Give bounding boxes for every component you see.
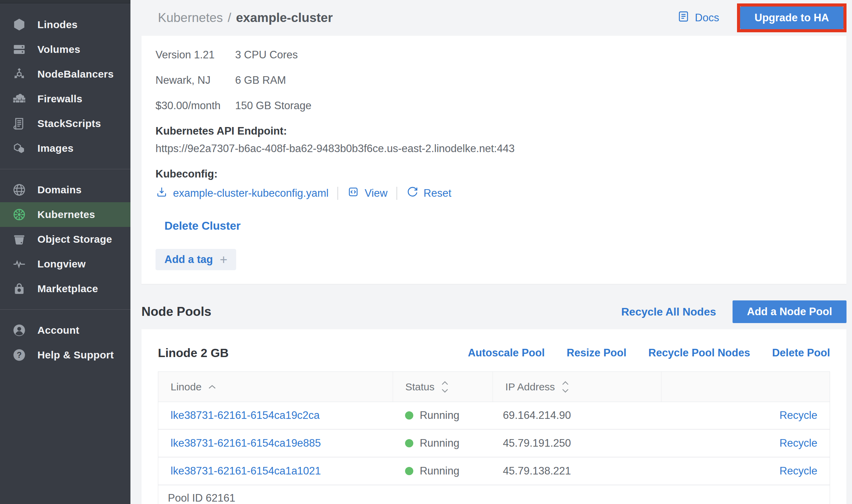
node-pools-actions: Recycle All Nodes Add a Node Pool	[621, 300, 847, 323]
status-dot-running	[405, 411, 413, 420]
sidebar-item-volumes[interactable]: Volumes	[0, 37, 130, 62]
node-link[interactable]: lke38731-62161-6154ca19e885	[171, 437, 321, 449]
pool-id-row: Pool ID 62161	[158, 485, 830, 504]
column-header-linode[interactable]: Linode	[158, 372, 393, 402]
status-dot-running	[405, 439, 413, 447]
add-tag-button[interactable]: Add a tag +	[156, 249, 236, 270]
images-icon	[11, 140, 27, 156]
vertical-divider	[337, 187, 338, 200]
node-ip: 69.164.214.90	[493, 409, 661, 422]
sidebar-item-label: Linodes	[37, 19, 78, 31]
sidebar-divider	[0, 309, 130, 310]
sidebar-item-nodebalancers[interactable]: NodeBalancers	[0, 62, 130, 87]
sidebar-divider	[0, 169, 130, 169]
add-node-pool-button[interactable]: Add a Node Pool	[733, 300, 847, 323]
reset-label: Reset	[424, 187, 451, 199]
pool-header: Linode 2 GB Autoscale Pool Resize Pool R…	[158, 329, 830, 371]
svg-text:?: ?	[17, 351, 22, 359]
vertical-divider	[396, 187, 397, 200]
sidebar-item-longview[interactable]: Longview	[0, 252, 130, 276]
node-link[interactable]: lke38731-62161-6154ca19c2ca	[171, 409, 320, 422]
sidebar-item-images[interactable]: Images	[0, 136, 130, 161]
nodes-table: Linode Status IP Address lke38731-62161-…	[158, 371, 830, 504]
download-icon	[156, 186, 168, 201]
pool-name: Linode 2 GB	[158, 346, 229, 360]
sidebar-item-account[interactable]: Account	[0, 318, 130, 343]
sidebar-item-label: Volumes	[37, 44, 80, 55]
breadcrumb: Kubernetes / example-cluster	[158, 11, 333, 25]
upgrade-to-ha-button[interactable]: Upgrade to HA	[740, 7, 843, 29]
resize-pool-link[interactable]: Resize Pool	[567, 347, 626, 359]
sidebar-item-label: Kubernetes	[37, 209, 95, 220]
sort-both-icon	[561, 380, 569, 393]
status-dot-running	[405, 467, 413, 475]
cluster-price: $30.00/month	[156, 100, 235, 112]
pool-id: Pool ID 62161	[168, 492, 235, 504]
kubeconfig-reset-link[interactable]: Reset	[406, 186, 451, 201]
recycle-node-link[interactable]: Recycle	[780, 409, 817, 422]
recycle-all-nodes-link[interactable]: Recycle All Nodes	[621, 306, 716, 318]
delete-cluster-link[interactable]: Delete Cluster	[164, 219, 241, 232]
sidebar-item-label: Longview	[37, 258, 86, 270]
sidebar-item-stackscripts[interactable]: StackScripts	[0, 111, 130, 136]
kubernetes-icon	[11, 207, 27, 222]
status-label: Running	[420, 465, 459, 477]
cluster-cpu: 3 CPU Cores	[235, 49, 311, 61]
annotation-highlight: Upgrade to HA	[737, 3, 847, 32]
sidebar-item-linodes[interactable]: Linodes	[0, 12, 130, 37]
sidebar-item-label: Object Storage	[37, 233, 112, 245]
sidebar-item-object-storage[interactable]: Object Storage	[0, 227, 130, 252]
table-row: lke38731-62161-6154ca19c2ca Running 69.1…	[158, 402, 830, 430]
docs-label: Docs	[695, 12, 719, 24]
autoscale-pool-link[interactable]: Autoscale Pool	[468, 347, 545, 359]
help-icon: ?	[11, 347, 27, 363]
docs-link[interactable]: Docs	[677, 10, 719, 26]
column-label: Linode	[171, 381, 202, 393]
node-ip: 45.79.191.250	[493, 437, 661, 449]
recycle-node-link[interactable]: Recycle	[780, 465, 817, 477]
kubeconfig-download-link[interactable]: example-cluster-kubeconfig.yaml	[156, 186, 329, 201]
delete-pool-link[interactable]: Delete Pool	[772, 347, 830, 359]
column-label: IP Address	[505, 381, 555, 393]
column-header-ip-address[interactable]: IP Address	[493, 372, 661, 402]
nodebalancers-icon	[11, 66, 27, 82]
cluster-summary-grid: Version 1.21 3 CPU Cores Newark, NJ 6 GB…	[156, 49, 311, 112]
breadcrumb-separator: /	[228, 11, 231, 25]
node-pool-card: Linode 2 GB Autoscale Pool Resize Pool R…	[141, 329, 847, 504]
add-tag-label: Add a tag	[164, 253, 213, 266]
sidebar-item-firewalls[interactable]: Firewalls	[0, 87, 130, 111]
breadcrumb-section[interactable]: Kubernetes	[158, 11, 223, 25]
sidebar-item-domains[interactable]: Domains	[0, 177, 130, 202]
recycle-pool-nodes-link[interactable]: Recycle Pool Nodes	[648, 347, 750, 359]
column-header-actions	[661, 372, 830, 402]
recycle-node-link[interactable]: Recycle	[780, 437, 817, 449]
node-pools-title: Node Pools	[141, 305, 211, 319]
api-endpoint-label: Kubernetes API Endpoint:	[156, 125, 830, 137]
status-label: Running	[420, 437, 459, 449]
column-label: Status	[405, 381, 435, 393]
kubeconfig-label: Kubeconfig:	[156, 168, 830, 180]
longview-icon	[11, 256, 27, 272]
sidebar-item-label: Domains	[37, 184, 82, 196]
sidebar-top-strip	[0, 0, 130, 3]
sidebar-item-help-support[interactable]: ? Help & Support	[0, 343, 130, 367]
topbar: Kubernetes / example-cluster Docs Upgrad…	[141, 0, 847, 36]
node-pools-header: Node Pools Recycle All Nodes Add a Node …	[141, 300, 847, 324]
kubeconfig-row: example-cluster-kubeconfig.yaml View Res…	[156, 186, 830, 201]
top-actions: Docs Upgrade to HA	[677, 3, 847, 32]
column-header-status[interactable]: Status	[393, 372, 493, 402]
page: Linodes Volumes NodeBalancers Firewalls	[0, 0, 852, 504]
kubeconfig-view-link[interactable]: View	[347, 186, 388, 201]
sidebar-item-marketplace[interactable]: Marketplace	[0, 276, 130, 301]
volumes-icon	[11, 42, 27, 57]
breadcrumb-current: example-cluster	[236, 11, 333, 25]
view-label: View	[365, 187, 388, 199]
node-link[interactable]: lke38731-62161-6154ca1a1021	[171, 465, 321, 477]
sidebar-item-kubernetes[interactable]: Kubernetes	[0, 202, 130, 227]
sidebar-item-label: Marketplace	[37, 283, 98, 295]
api-endpoint-url: https://9e2a7307-b6ac-408f-ba62-9483b0b3…	[156, 142, 830, 155]
docs-icon	[677, 10, 690, 26]
view-code-icon	[347, 186, 359, 201]
sidebar-item-label: Firewalls	[37, 93, 82, 105]
kubeconfig-file-name: example-cluster-kubeconfig.yaml	[173, 187, 329, 199]
